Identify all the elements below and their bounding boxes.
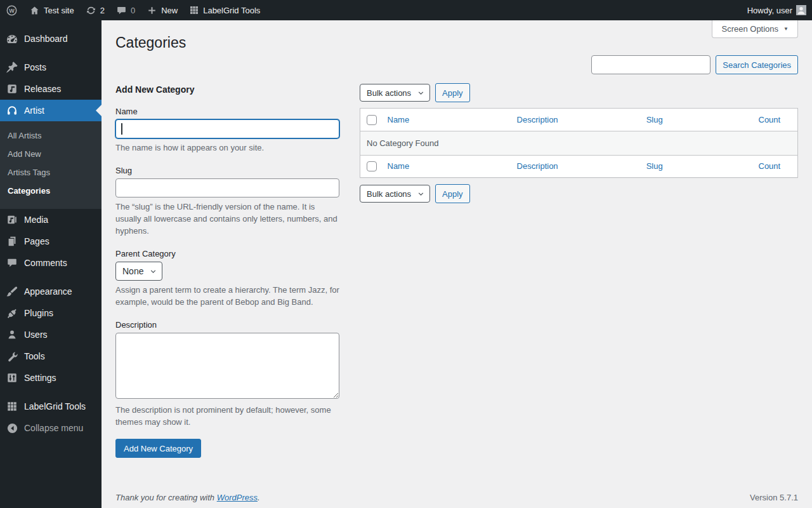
column-footer-count[interactable]: Count [759, 161, 781, 171]
admin-bar-site[interactable]: Test site [23, 0, 80, 20]
sidebar-item-appearance[interactable]: Appearance [0, 281, 102, 302]
column-header-description[interactable]: Description [517, 115, 558, 124]
search-categories-button[interactable]: Search Categories [716, 55, 798, 74]
sidebar-item-label: Tools [24, 351, 45, 361]
name-field[interactable] [115, 119, 339, 138]
footer: Thank you for creating with WordPress. V… [115, 493, 798, 502]
admin-bar-site-label: Test site [44, 6, 74, 15]
update-count: 2 [100, 6, 105, 15]
media-icon [6, 213, 18, 226]
apply-button-bottom[interactable]: Apply [435, 184, 470, 203]
dashboard-icon [6, 32, 18, 45]
sidebar-item-label: Plugins [24, 308, 53, 318]
wordpress-logo-icon: W [6, 4, 18, 17]
sidebar-item-media[interactable]: Media [0, 209, 102, 231]
text-cursor [121, 123, 122, 135]
admin-bar-updates[interactable]: 2 [80, 0, 110, 20]
submenu-item-categories[interactable]: Categories [0, 182, 102, 200]
parent-help-text: Assign a parent term to create a hierarc… [115, 284, 339, 308]
slug-field[interactable] [115, 178, 339, 197]
description-help-text: The description is not prominent by defa… [115, 404, 339, 428]
footer-version: Version 5.7.1 [750, 493, 798, 502]
sidebar-item-labelgrid-tools[interactable]: LabelGrid Tools [0, 396, 102, 417]
admin-bar-new-label: New [161, 6, 178, 15]
grid-icon [6, 400, 18, 413]
svg-text:W: W [9, 7, 15, 13]
column-footer-description[interactable]: Description [517, 161, 558, 171]
slug-label: Slug [115, 166, 339, 175]
description-field[interactable] [115, 333, 339, 399]
bulk-actions-value: Bulk actions [367, 189, 411, 199]
column-header-slug[interactable]: Slug [646, 115, 663, 124]
sidebar-item-releases[interactable]: Releases [0, 78, 102, 100]
apply-button-top[interactable]: Apply [435, 83, 470, 102]
pages-icon [6, 235, 18, 248]
column-header-count[interactable]: Count [759, 115, 781, 124]
chevron-down-icon [417, 90, 424, 97]
sidebar-item-posts[interactable]: Posts [0, 57, 102, 78]
add-category-form: Add New Category Name The name is how it… [115, 79, 339, 458]
submenu-item-add-new[interactable]: Add New [0, 145, 102, 163]
column-header-name[interactable]: Name [388, 115, 410, 124]
page-title: Categories [115, 20, 798, 52]
admin-bar-labelgrid-label: LabelGrid Tools [203, 6, 260, 15]
sidebar-item-label: Collapse menu [24, 423, 83, 433]
comment-bubble-icon [116, 5, 127, 16]
wrench-icon [6, 350, 18, 363]
sidebar-item-settings[interactable]: Settings [0, 367, 102, 389]
admin-bar-new[interactable]: New [141, 0, 183, 20]
howdy-text: Howdy, user [747, 6, 792, 15]
sidebar-item-tools[interactable]: Tools [0, 345, 102, 367]
sidebar-item-users[interactable]: Users [0, 324, 102, 345]
wp-logo-menu[interactable]: W [0, 0, 23, 20]
submenu-item-all-artists[interactable]: All Artists [0, 126, 102, 145]
admin-bar-comments[interactable]: 0 [110, 0, 141, 20]
parent-category-value: None [122, 266, 143, 276]
sidebar-item-label: Users [24, 330, 48, 340]
sidebar-item-dashboard[interactable]: Dashboard [0, 28, 102, 50]
column-footer-name[interactable]: Name [388, 161, 410, 171]
sidebar-collapse-menu[interactable]: Collapse menu [0, 417, 102, 439]
admin-bar: W Test site 2 0 New LabelGrid Tools Howd… [0, 0, 812, 20]
categories-table-section: Bulk actions Apply Name Description Slug… [360, 79, 798, 203]
sliders-icon [6, 371, 18, 384]
main-content: Screen Options ▼ Categories Search Categ… [102, 20, 812, 508]
select-all-checkbox-top[interactable] [367, 115, 377, 125]
admin-bar-labelgrid[interactable]: LabelGrid Tools [183, 0, 266, 20]
comment-count: 0 [131, 6, 135, 15]
parent-category-select[interactable]: None [115, 262, 162, 281]
footer-thanks-period: . [258, 493, 260, 502]
sidebar-item-label: Media [24, 215, 48, 225]
sidebar-item-pages[interactable]: Pages [0, 231, 102, 252]
sidebar-item-plugins[interactable]: Plugins [0, 302, 102, 324]
column-footer-slug[interactable]: Slug [646, 161, 663, 171]
sidebar-item-artist[interactable]: Artist [0, 100, 102, 121]
music-note-icon [6, 83, 18, 95]
add-new-category-button[interactable]: Add New Category [115, 439, 201, 458]
sidebar-item-label: Dashboard [24, 34, 68, 44]
bulk-actions-select-top[interactable]: Bulk actions [360, 84, 430, 102]
screen-options-label: Screen Options [721, 24, 778, 34]
chevron-down-icon [417, 190, 424, 197]
screen-options-button[interactable]: Screen Options ▼ [712, 20, 798, 38]
select-all-checkbox-bottom[interactable] [367, 161, 377, 171]
chevron-down-icon: ▼ [783, 26, 789, 32]
search-input[interactable] [591, 55, 710, 74]
brush-icon [6, 285, 18, 298]
sidebar-item-comments[interactable]: Comments [0, 252, 102, 274]
bulk-actions-select-bottom[interactable]: Bulk actions [360, 185, 430, 203]
wordpress-link[interactable]: WordPress [217, 493, 258, 502]
artist-submenu: All Artists Add New Artists Tags Categor… [0, 121, 102, 209]
categories-table: Name Description Slug Count No Category … [360, 108, 798, 178]
plus-icon [147, 5, 157, 16]
submenu-item-artists-tags[interactable]: Artists Tags [0, 163, 102, 182]
admin-bar-my-account[interactable]: Howdy, user [742, 0, 812, 20]
description-label: Description [115, 320, 339, 330]
plug-icon [6, 307, 18, 319]
sidebar-item-label: Pages [24, 236, 49, 246]
parent-category-label: Parent Category [115, 249, 339, 258]
pin-icon [6, 61, 18, 74]
sidebar-item-label: Posts [24, 62, 46, 72]
name-help-text: The name is how it appears on your site. [115, 142, 339, 154]
collapse-arrow-icon [6, 422, 18, 434]
